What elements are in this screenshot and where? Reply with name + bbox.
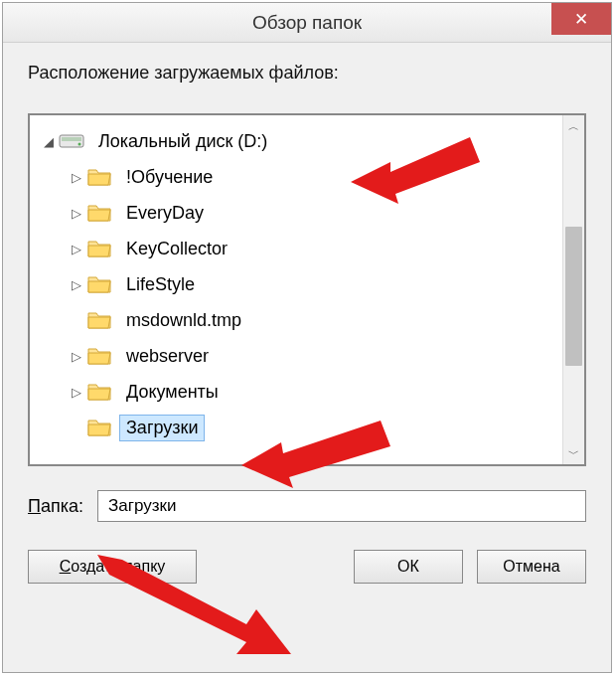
tree-item-folder[interactable]: ▷ Документы (30, 374, 562, 410)
tree-item-label: Локальный диск (D:) (98, 131, 267, 151)
scroll-thumb[interactable] (565, 227, 582, 366)
folder-icon (85, 416, 113, 439)
tree-item-folder[interactable]: ▷ !Обучение (30, 159, 562, 195)
expand-icon[interactable]: ▷ (68, 170, 85, 185)
window-title: Обзор папок (252, 12, 362, 34)
close-icon: ✕ (574, 9, 588, 30)
tree-item-folder[interactable]: msdownld.tmp (30, 302, 562, 338)
tree-item-folder-selected[interactable]: Загрузки (30, 410, 562, 445)
dialog-content: Расположение загружаемых файлов: ◢ Локал… (3, 43, 611, 603)
svg-rect-1 (62, 137, 81, 141)
folder-name-input[interactable] (97, 490, 586, 522)
folder-tree[interactable]: ◢ Локальный диск (D:) ▷ !Обучение ▷ (30, 115, 562, 464)
tree-item-label: KeyCollector (126, 239, 228, 258)
tree-item-folder[interactable]: ▷ KeyCollector (30, 231, 562, 266)
tree-item-label: EveryDay (126, 203, 204, 223)
create-folder-button[interactable]: Создать папку (28, 550, 197, 584)
folder-tree-container: ◢ Локальный диск (D:) ▷ !Обучение ▷ (28, 113, 586, 466)
tree-item-label: Документы (126, 382, 219, 402)
tree-item-label: msdownld.tmp (126, 310, 241, 330)
scroll-track[interactable] (563, 137, 584, 442)
instruction-label: Расположение загружаемых файлов: (28, 63, 586, 84)
tree-item-folder[interactable]: ▷ EveryDay (30, 195, 562, 231)
expand-icon[interactable]: ▷ (68, 277, 85, 292)
expand-icon[interactable]: ▷ (68, 242, 85, 256)
expand-icon[interactable]: ▷ (68, 206, 85, 221)
scroll-down-button[interactable]: ﹀ (563, 442, 584, 464)
scrollbar[interactable]: ︿ ﹀ (562, 115, 584, 464)
scroll-up-button[interactable]: ︿ (563, 115, 584, 137)
cancel-button[interactable]: Отмена (477, 550, 586, 584)
expand-icon[interactable]: ▷ (68, 349, 85, 364)
folder-icon (85, 344, 113, 368)
tree-item-label: Загрузки (126, 418, 198, 437)
tree-item-label: LifeStyle (126, 274, 195, 294)
tree-item-folder[interactable]: ▷ webserver (30, 338, 562, 374)
folder-icon (85, 272, 113, 296)
tree-item-label: !Обучение (126, 167, 213, 187)
button-row: Создать папку ОК Отмена (28, 550, 586, 584)
folder-icon (85, 237, 113, 260)
tree-item-folder[interactable]: ▷ LifeStyle (30, 266, 562, 302)
folder-icon (85, 308, 113, 332)
collapse-icon[interactable]: ◢ (40, 134, 58, 149)
expand-icon[interactable]: ▷ (68, 385, 85, 400)
folder-field-label: Папка: (28, 496, 83, 517)
tree-item-label: webserver (126, 346, 209, 366)
svg-point-2 (78, 143, 81, 146)
close-button[interactable]: ✕ (551, 3, 611, 35)
disk-icon (58, 129, 85, 153)
titlebar: Обзор папок ✕ (3, 3, 611, 43)
folder-icon (85, 165, 113, 189)
folder-icon (85, 380, 113, 404)
folder-icon (85, 201, 113, 225)
ok-button[interactable]: ОК (354, 550, 463, 584)
browse-folder-dialog: Обзор папок ✕ Расположение загружаемых ф… (2, 2, 612, 673)
folder-path-row: Папка: (28, 490, 586, 522)
tree-item-root-disk[interactable]: ◢ Локальный диск (D:) (30, 123, 562, 159)
